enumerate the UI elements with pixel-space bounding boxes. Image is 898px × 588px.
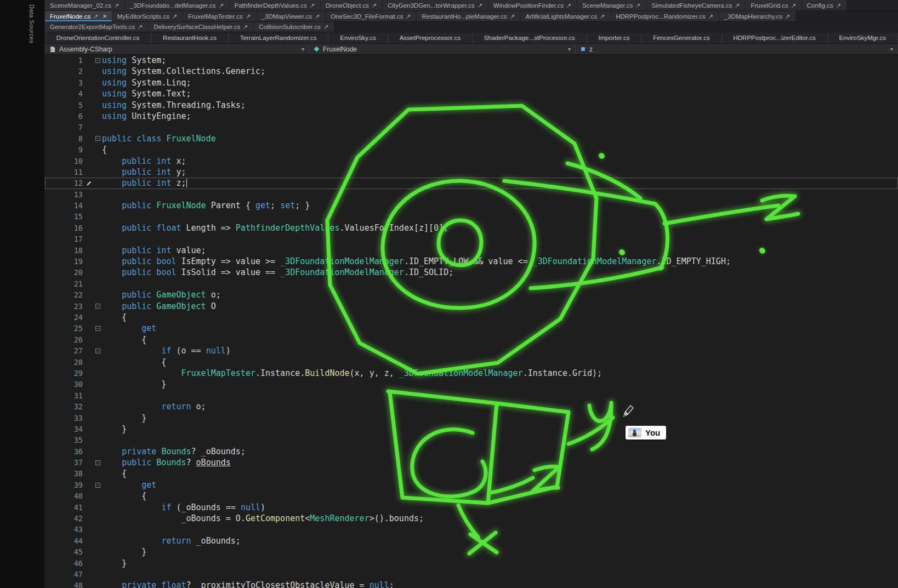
tab-collisionsubscriber-cs[interactable]: CollisionSubscriber.cs	[254, 22, 334, 32]
project-dropdown[interactable]: # Assembly-CSharp ▾	[45, 44, 309, 54]
tab-shaderpackage-stprocessor-cs[interactable]: ShaderPackage...stProcessor.cs	[473, 32, 587, 43]
code-line-35[interactable]: 35	[45, 435, 898, 446]
code-line-29[interactable]: 29 FruxelMapTester.Instance.BuildNode(x,…	[45, 368, 898, 379]
pin-icon[interactable]	[785, 14, 791, 19]
pin-icon[interactable]	[635, 3, 641, 8]
fold-collapse-icon[interactable]: -	[95, 483, 100, 488]
code-line-8[interactable]: 8-public class FruxelNode	[45, 133, 898, 144]
code-line-4[interactable]: 4using System.Text;	[45, 88, 898, 99]
code-line-46[interactable]: 46 }	[45, 558, 898, 569]
tab-droneorientationcontroller-cs[interactable]: DroneOrientationController.cs	[45, 32, 151, 43]
code-line-34[interactable]: 34 }	[45, 424, 898, 435]
code-line-44[interactable]: 44 return _oBounds;	[45, 535, 898, 546]
fold-collapse-icon[interactable]: -	[95, 460, 100, 465]
tab-3dmaphierarchy-cs[interactable]: _3DMapHierarchy.cs	[719, 11, 796, 21]
pin-icon[interactable]	[310, 3, 315, 8]
tab-deliverysurfaceclasshelper-cs[interactable]: DeliverySurfaceClassHelper.cs	[149, 22, 253, 32]
tab-simulatedfisheyecamera-cs[interactable]: SimulatedFisheyeCamera.cs	[646, 0, 745, 10]
code-line-14[interactable]: 14 public FruxelNode Parent { get; set; …	[45, 200, 898, 211]
pin-icon[interactable]	[735, 3, 740, 8]
type-dropdown[interactable]: FruxelNode ▾	[309, 44, 576, 54]
tab-3dmapviewer-cs[interactable]: _3DMapViewer.cs	[257, 11, 325, 21]
tab-restaurantho-plemanager-cs[interactable]: RestaurantHo...pleManager.cs	[417, 11, 520, 21]
code-line-30[interactable]: 30 }	[45, 379, 898, 390]
tab-fruxelgrid-cs[interactable]: FruxelGrid.cs	[746, 0, 801, 10]
code-line-19[interactable]: 19 public bool IsEmpty => value >= _3DFo…	[45, 256, 898, 267]
tab-hdrppostproc-randomizer-cs[interactable]: HDRPPostproc...Randomizer.cs	[611, 11, 719, 21]
code-line-45[interactable]: 45 }	[45, 546, 898, 557]
tab-myeditorscripts-cs[interactable]: MyEditorScripts.cs	[112, 11, 183, 21]
code-line-18[interactable]: 18 public int value;	[45, 245, 898, 256]
code-line-37[interactable]: 37- public Bounds? oBounds	[45, 457, 898, 468]
tab-fruxelmaptester-cs[interactable]: FruxelMapTester.cs	[183, 11, 256, 21]
code-line-15[interactable]: 15	[45, 211, 898, 222]
code-line-40[interactable]: 40 {	[45, 490, 898, 501]
code-line-39[interactable]: 39- get	[45, 479, 898, 490]
fold-collapse-icon[interactable]: -	[95, 58, 100, 63]
pin-icon[interactable]	[114, 3, 120, 8]
pin-icon[interactable]	[219, 3, 224, 8]
pin-icon[interactable]	[510, 14, 515, 19]
code-line-7[interactable]: 7	[45, 122, 898, 133]
pin-icon[interactable]	[708, 14, 714, 19]
tab-importer-cs[interactable]: Importer.cs	[587, 32, 642, 43]
pin-icon[interactable]	[243, 24, 248, 30]
tab-fencesgenerator-cs[interactable]: FencesGenerator.cs	[641, 32, 721, 43]
fold-collapse-icon[interactable]: -	[95, 349, 100, 353]
code-line-26[interactable]: 26 {	[45, 334, 898, 345]
code-line-22[interactable]: 22 public GameObject o;	[45, 289, 898, 300]
pin-icon[interactable]	[791, 3, 797, 8]
code-line-27[interactable]: 27- if (o == null)	[45, 345, 898, 356]
code-line-24[interactable]: 24 {	[45, 312, 898, 323]
pin-icon[interactable]	[372, 3, 377, 8]
tab-scenemanager-cs[interactable]: SceneManager.cs	[577, 0, 646, 10]
code-line-17[interactable]: 17	[45, 233, 898, 244]
fold-collapse-icon[interactable]: -	[95, 304, 100, 309]
code-line-11[interactable]: 11 public int y;	[45, 167, 898, 178]
pin-icon[interactable]	[138, 24, 143, 30]
close-icon[interactable]: ×	[103, 13, 107, 20]
tab-droneobject-cs[interactable]: DroneObject.cs	[321, 0, 382, 10]
code-line-5[interactable]: 5using System.Threading.Tasks;	[45, 100, 898, 111]
tab-artificiallightsmanager-cs[interactable]: ArtificialLightsManager.cs	[521, 11, 610, 21]
fold-collapse-icon[interactable]: -	[95, 326, 100, 331]
code-line-23[interactable]: 23- public GameObject O	[45, 301, 898, 312]
code-line-2[interactable]: 2using System.Collections.Generic;	[45, 66, 898, 77]
pin-icon[interactable]	[315, 14, 320, 19]
pin-icon[interactable]	[406, 14, 411, 19]
pin-icon[interactable]	[93, 14, 99, 19]
code-line-3[interactable]: 3using System.Linq;	[45, 77, 898, 88]
tab-enviroskymgr-cs[interactable]: EnviroSkyMgr.cs	[828, 32, 898, 43]
code-line-13[interactable]: 13	[45, 189, 898, 200]
code-line-47[interactable]: 47	[45, 569, 898, 580]
code-line-32[interactable]: 32 return o;	[45, 401, 898, 412]
data-sources-side-tab[interactable]: Data Sources	[29, 4, 35, 43]
tab-terrainlayerrandomizer-cs[interactable]: TerrainLayerRandomizer.cs	[229, 32, 329, 43]
code-line-20[interactable]: 20 public bool IsSolid => value == _3DFo…	[45, 267, 898, 278]
tab-windowpositionfinder-cs[interactable]: WindowPositionFinder.cs	[488, 0, 577, 10]
pin-icon[interactable]	[600, 14, 605, 19]
code-line-28[interactable]: 28 {	[45, 357, 898, 368]
pin-icon[interactable]	[246, 14, 251, 19]
tab-generator2exportmaptools-cs[interactable]: Generator2ExportMapTools.cs	[45, 22, 148, 32]
tab-scenemanager-02-cs[interactable]: SceneManager_02.cs	[45, 0, 124, 10]
tab-envirosky-cs[interactable]: EnviroSky.cs	[328, 32, 388, 43]
tab-assetpreprocessor-cs[interactable]: AssetPreprocessor.cs	[388, 32, 473, 43]
tab-fruxelnode-cs[interactable]: FruxelNode.cs×	[45, 11, 112, 21]
code-line-36[interactable]: 36 private Bounds? _oBounds;	[45, 446, 898, 457]
code-line-16[interactable]: 16 public float Length => PathfinderDept…	[45, 222, 898, 233]
tab-pathfinderdepthvalues-cs[interactable]: PathfinderDepthValues.cs	[230, 0, 320, 10]
pin-icon[interactable]	[566, 3, 572, 8]
code-line-38[interactable]: 38 {	[45, 468, 898, 479]
code-line-41[interactable]: 41 if (_oBounds == null)	[45, 502, 898, 513]
pin-icon[interactable]	[323, 24, 329, 30]
tab-citygen3dgen-torwrapper-cs[interactable]: CityGen3DGen...torWrapper.cs	[383, 0, 488, 10]
code-line-31[interactable]: 31	[45, 390, 898, 401]
code-line-12[interactable]: 12 public int z;	[45, 178, 898, 189]
tab-config-cs[interactable]: Config.cs	[802, 0, 846, 10]
code-line-25[interactable]: 25- get	[45, 323, 898, 334]
code-line-42[interactable]: 42 _oBounds = O.GetComponent<MeshRendere…	[45, 513, 898, 524]
pin-icon[interactable]	[836, 3, 842, 8]
code-line-33[interactable]: 33 }	[45, 413, 898, 424]
member-dropdown[interactable]: z ▾	[576, 44, 898, 54]
